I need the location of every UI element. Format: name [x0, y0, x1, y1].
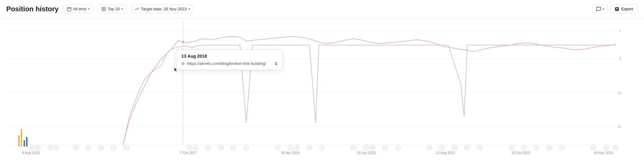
svg-text:G: G: [56, 146, 58, 149]
svg-text:G: G: [245, 146, 247, 149]
svg-text:G: G: [561, 146, 563, 149]
svg-rect-90: [18, 135, 19, 146]
svg-text:G: G: [384, 146, 386, 149]
svg-text:G: G: [296, 146, 298, 149]
svg-text:G: G: [100, 146, 102, 149]
svg-rect-5: [104, 7, 106, 9]
x-label-2015: 8 Aug 2015: [22, 151, 40, 155]
svg-text:G: G: [479, 146, 481, 149]
svg-text:G: G: [523, 146, 525, 149]
svg-text:G: G: [37, 146, 39, 149]
svg-text:G: G: [548, 146, 550, 149]
svg-rect-93: [26, 137, 27, 146]
svg-text:G: G: [441, 146, 443, 149]
svg-text:G: G: [321, 146, 323, 149]
svg-text:G: G: [536, 146, 538, 149]
chart-area[interactable]: 1 5 10 15 8 Aug 2015 7 Oct 2017 30 Apr 2…: [0, 18, 644, 164]
header-actions: ▾ Export: [592, 4, 638, 13]
svg-text:G: G: [49, 146, 51, 149]
x-label-2021: 12 Aug 2021: [436, 151, 455, 155]
top20-label: Top 20: [108, 7, 120, 11]
svg-text:G: G: [220, 146, 222, 149]
svg-text:G: G: [195, 146, 197, 149]
comment-icon: [596, 7, 601, 12]
svg-rect-7: [104, 9, 106, 11]
x-label-2023: 26 Nov 2023: [594, 151, 613, 155]
g-annotations: G G G G G G G G G G G: [18, 129, 618, 150]
svg-text:G: G: [277, 146, 279, 149]
chart-svg: 1 5 10 15 8 Aug 2015 7 Oct 2017 30 Apr 2…: [6, 21, 625, 158]
all-time-filter-button[interactable]: All time ▾: [64, 5, 93, 13]
calendar-icon: [67, 7, 71, 11]
svg-text:G: G: [365, 146, 367, 149]
svg-text:G: G: [233, 146, 235, 149]
header: Position history All time ▾ Top 20 ▾: [0, 0, 644, 18]
svg-text:G: G: [290, 146, 291, 149]
position-history-container: Position history All time ▾ Top 20 ▾: [0, 0, 644, 164]
all-time-label: All time: [73, 7, 86, 11]
svg-text:G: G: [454, 146, 456, 149]
all-time-chevron: ▾: [88, 7, 90, 11]
top20-chevron: ▾: [121, 7, 123, 11]
export-icon: [615, 7, 619, 11]
comment-chevron: ▾: [602, 7, 604, 11]
target-date-filter-button[interactable]: Target date: 26 Nov 2023 ▾: [131, 5, 193, 13]
y-label-1: 1: [619, 29, 621, 33]
svg-text:G: G: [428, 146, 430, 149]
svg-text:G: G: [125, 146, 127, 149]
y-label-15: 15: [618, 125, 621, 129]
svg-text:G: G: [75, 146, 77, 149]
top20-filter-button[interactable]: Top 20 ▾: [98, 5, 126, 13]
grid-icon: [102, 7, 106, 11]
svg-text:G: G: [207, 146, 209, 149]
page-title: Position history: [6, 5, 58, 13]
y-label-10: 10: [618, 91, 621, 94]
target-date-label: Target date: 26 Nov 2023: [141, 7, 187, 11]
comment-button[interactable]: ▾: [592, 5, 608, 13]
svg-text:G: G: [466, 146, 468, 149]
svg-text:G: G: [605, 146, 607, 149]
svg-rect-0: [67, 8, 71, 11]
svg-rect-91: [21, 129, 22, 147]
svg-text:G: G: [615, 146, 617, 149]
svg-rect-6: [102, 9, 103, 11]
export-button[interactable]: Export: [610, 4, 638, 13]
svg-text:G: G: [397, 146, 399, 149]
svg-text:G: G: [372, 146, 374, 149]
export-label: Export: [621, 7, 633, 11]
x-label-2019: 30 Apr 2019: [281, 151, 300, 155]
svg-text:G: G: [31, 146, 32, 149]
svg-rect-4: [102, 7, 103, 9]
target-date-chevron: ▾: [188, 7, 190, 11]
svg-rect-92: [24, 140, 25, 146]
x-label-2022: 13 Oct 2022: [512, 151, 530, 155]
trend-icon: [135, 7, 139, 11]
x-label-2017: 7 Oct 2017: [180, 151, 197, 155]
svg-text:G: G: [188, 146, 190, 149]
y-label-5: 5: [619, 57, 621, 61]
svg-text:G: G: [87, 146, 89, 149]
svg-text:G: G: [308, 146, 310, 149]
purple-line: [123, 45, 616, 145]
svg-text:G: G: [592, 146, 594, 149]
pink-line: [123, 37, 616, 145]
x-label-2020: 20 Jun 2020: [357, 151, 376, 155]
svg-text:G: G: [353, 146, 354, 149]
svg-text:G: G: [113, 146, 114, 149]
svg-text:G: G: [510, 146, 512, 149]
